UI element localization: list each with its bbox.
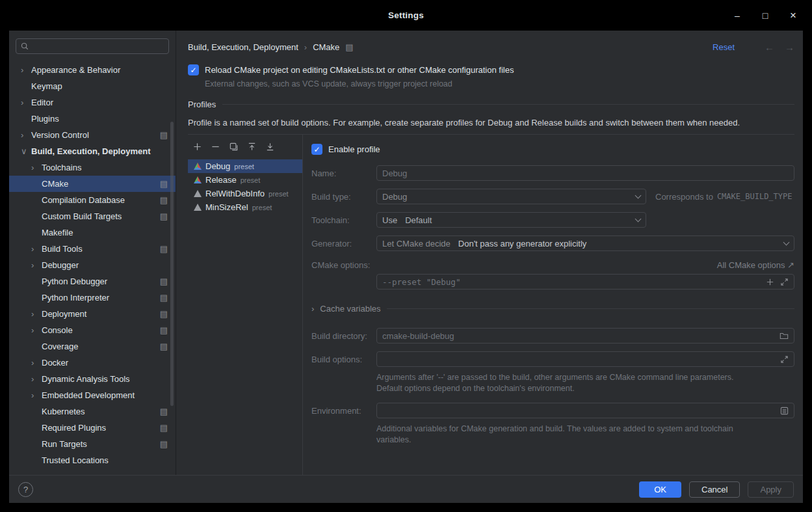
name-input[interactable]: Debug [376,165,794,181]
search-icon [20,42,29,51]
settings-page-icon: ▤ [160,407,168,416]
sidebar-item-cmake[interactable]: CMake▤ [9,176,176,192]
profile-item-release[interactable]: Release preset [188,173,302,187]
sidebar-item-dynamic-analysis-tools[interactable]: ›Dynamic Analysis Tools [9,371,176,387]
close-button[interactable]: × [787,9,799,22]
copy-profile-button[interactable] [228,141,239,152]
sidebar-item-kubernetes[interactable]: Kubernetes▤ [9,403,176,420]
apply-button[interactable]: Apply [748,481,794,498]
sidebar-item-python-debugger[interactable]: Python Debugger▤ [9,273,176,290]
expand-editor-icon[interactable] [780,278,789,286]
sidebar-item-embedded-development[interactable]: ›Embedded Development [9,387,176,403]
sidebar-item-compilation-database[interactable]: Compilation Database▤ [9,192,176,208]
sidebar-item-keymap[interactable]: Keymap [9,78,176,94]
generator-select[interactable]: Let CMake decide Don't pass any generato… [376,236,794,251]
sidebar-item-deployment[interactable]: ›Deployment▤ [9,306,176,322]
minimize-button[interactable]: – [731,10,743,21]
divider [222,104,794,105]
build-type-select[interactable]: Debug [376,189,646,204]
profile-item-relwithdebinfo[interactable]: RelWithDebInfo preset [188,187,302,200]
help-button[interactable]: ? [18,482,33,497]
remove-profile-button[interactable] [209,141,221,152]
sidebar-scrollbar[interactable] [170,122,174,406]
sidebar-item-build-execution-deployment[interactable]: ∨Build, Execution, Deployment [9,143,176,159]
cmake-options-label: CMake options: [311,260,376,270]
preset-tag: preset [241,176,261,184]
cmake-settings-page: Build, Execution, Deployment › CMake ▤ R… [176,31,803,475]
toolchain-select[interactable]: Use Default [376,212,646,228]
preset-tag: preset [268,190,289,198]
cmake-profile-icon [194,163,202,170]
ok-button[interactable]: OK [639,481,681,498]
settings-page-icon: ▤ [160,342,168,351]
expand-editor-icon[interactable] [780,355,789,364]
search-input[interactable] [33,42,164,51]
build-type-note: Corresponds to CMAKE_BUILD_TYPE [655,192,792,202]
sidebar-item-editor[interactable]: ›Editor [9,94,176,111]
env-variables-list-icon[interactable] [780,407,789,415]
sidebar-item-console[interactable]: ›Console▤ [9,322,176,338]
sidebar-item-python-interpreter[interactable]: Python Interpreter▤ [9,290,176,306]
move-up-button[interactable] [246,141,257,152]
move-down-button[interactable] [264,141,276,152]
cmake-options-row: --preset "Debug" [311,274,794,290]
profile-item-minsizerel[interactable]: MinSizeRel preset [188,200,302,214]
generator-label: Generator: [311,239,376,249]
back-arrow-icon[interactable]: ← [765,42,774,53]
cmake-profile-icon [194,204,202,211]
sidebar-item-docker[interactable]: ›Docker [9,355,176,371]
sidebar-item-trusted-locations[interactable]: Trusted Locations [9,452,176,468]
sidebar-item-debugger[interactable]: ›Debugger [9,257,176,273]
cmake-options-input[interactable]: --preset "Debug" [376,274,794,290]
sidebar-item-plugins[interactable]: Plugins [9,111,176,127]
forward-arrow-icon[interactable]: → [785,42,794,53]
environment-input[interactable] [376,403,794,418]
settings-search[interactable] [16,38,169,54]
sidebar-item-appearance-behavior[interactable]: ›Appearance & Behavior [9,62,176,78]
chevron-right-icon: › [31,326,42,334]
chevron-right-icon: › [31,261,42,269]
settings-page-icon: ▤ [345,42,353,52]
reload-cmake-checkbox[interactable]: ✓ [188,64,199,75]
environment-row: Environment: [311,403,794,418]
build-directory-row: Build directory: cmake-build-debug [311,328,794,344]
profile-item-debug[interactable]: Debug preset [188,159,302,173]
cmake-build-type-code: CMAKE_BUILD_TYPE [717,192,792,201]
add-profile-button[interactable] [191,141,203,152]
sidebar-item-run-targets[interactable]: Run Targets▤ [9,436,176,452]
chevron-right-icon: › [31,391,42,399]
build-options-label: Build options: [311,355,376,364]
breadcrumb: Build, Execution, Deployment › CMake ▤ R… [188,38,794,55]
build-directory-input[interactable]: cmake-build-debug [376,328,794,344]
reset-link[interactable]: Reset [713,42,735,52]
settings-page-icon: ▤ [160,309,168,319]
profile-form: ✓ Enable profile Name: Debug Build type:… [303,135,794,475]
chevron-down-icon: ∨ [21,147,31,155]
sidebar-item-required-plugins[interactable]: Required Plugins▤ [9,420,176,436]
name-row: Name: Debug [311,165,794,181]
chevron-right-icon: › [311,304,314,314]
folder-icon[interactable] [779,332,789,340]
cache-variables-toggle[interactable]: › Cache variables [311,304,794,314]
breadcrumb-parent[interactable]: Build, Execution, Deployment [188,42,298,52]
sidebar-item-coverage[interactable]: Coverage▤ [9,338,176,355]
settings-page-icon: ▤ [160,130,168,140]
maximize-button[interactable]: □ [759,10,771,21]
sidebar-item-toolchains[interactable]: ›Toolchains [9,159,176,176]
sidebar-item-makefile[interactable]: Makefile [9,224,176,241]
all-cmake-options-link[interactable]: All CMake options ↗ [717,260,794,270]
toolchain-row: Toolchain: Use Default [311,212,794,228]
window-title: Settings [388,10,424,20]
sidebar-item-build-tools[interactable]: ›Build Tools▤ [9,241,176,257]
profiles-title: Profiles [188,100,216,109]
add-option-icon[interactable] [766,278,774,286]
sidebar-item-custom-build-targets[interactable]: Custom Build Targets▤ [9,208,176,224]
divider [387,308,794,309]
settings-panel: ›Appearance & Behavior Keymap ›Editor Pl… [9,31,803,503]
build-options-input[interactable] [376,351,794,367]
sidebar-item-version-control[interactable]: ›Version Control▤ [9,127,176,143]
settings-page-icon: ▤ [160,211,168,221]
enable-profile-checkbox[interactable]: ✓ [311,144,322,155]
breadcrumb-separator-icon: › [304,42,307,52]
cancel-button[interactable]: Cancel [689,481,740,498]
